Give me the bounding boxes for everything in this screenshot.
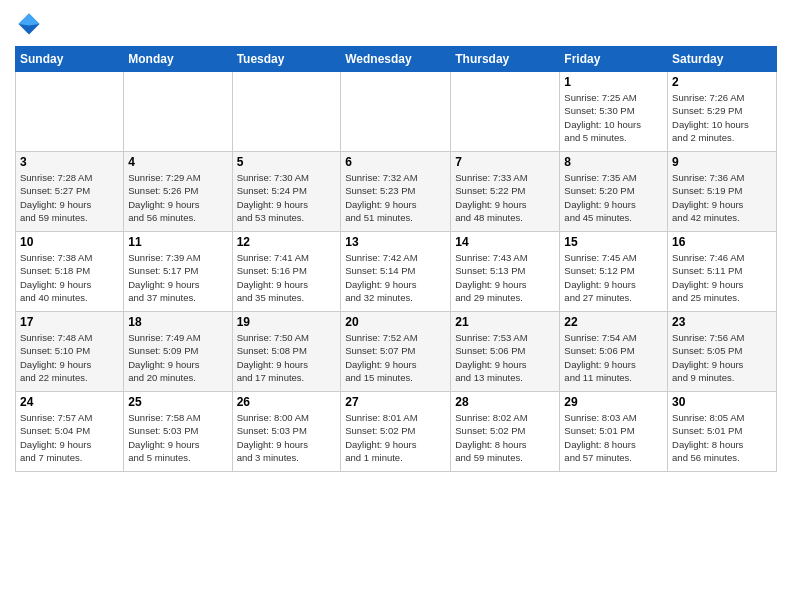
calendar-cell xyxy=(451,72,560,152)
calendar-cell: 7Sunrise: 7:33 AM Sunset: 5:22 PM Daylig… xyxy=(451,152,560,232)
week-row-4: 24Sunrise: 7:57 AM Sunset: 5:04 PM Dayli… xyxy=(16,392,777,472)
day-number: 15 xyxy=(564,235,663,249)
calendar-cell: 1Sunrise: 7:25 AM Sunset: 5:30 PM Daylig… xyxy=(560,72,668,152)
calendar-cell: 22Sunrise: 7:54 AM Sunset: 5:06 PM Dayli… xyxy=(560,312,668,392)
day-number: 3 xyxy=(20,155,119,169)
calendar-cell: 13Sunrise: 7:42 AM Sunset: 5:14 PM Dayli… xyxy=(341,232,451,312)
calendar-cell: 24Sunrise: 7:57 AM Sunset: 5:04 PM Dayli… xyxy=(16,392,124,472)
day-info: Sunrise: 8:01 AM Sunset: 5:02 PM Dayligh… xyxy=(345,411,446,464)
calendar-body: 1Sunrise: 7:25 AM Sunset: 5:30 PM Daylig… xyxy=(16,72,777,472)
calendar-cell: 10Sunrise: 7:38 AM Sunset: 5:18 PM Dayli… xyxy=(16,232,124,312)
day-number: 8 xyxy=(564,155,663,169)
day-number: 10 xyxy=(20,235,119,249)
calendar-cell: 12Sunrise: 7:41 AM Sunset: 5:16 PM Dayli… xyxy=(232,232,341,312)
day-number: 19 xyxy=(237,315,337,329)
day-info: Sunrise: 7:28 AM Sunset: 5:27 PM Dayligh… xyxy=(20,171,119,224)
day-number: 24 xyxy=(20,395,119,409)
day-number: 23 xyxy=(672,315,772,329)
calendar-header: SundayMondayTuesdayWednesdayThursdayFrid… xyxy=(16,47,777,72)
day-info: Sunrise: 7:49 AM Sunset: 5:09 PM Dayligh… xyxy=(128,331,227,384)
day-info: Sunrise: 7:45 AM Sunset: 5:12 PM Dayligh… xyxy=(564,251,663,304)
calendar-cell: 20Sunrise: 7:52 AM Sunset: 5:07 PM Dayli… xyxy=(341,312,451,392)
day-number: 18 xyxy=(128,315,227,329)
week-row-0: 1Sunrise: 7:25 AM Sunset: 5:30 PM Daylig… xyxy=(16,72,777,152)
day-number: 14 xyxy=(455,235,555,249)
calendar-cell: 3Sunrise: 7:28 AM Sunset: 5:27 PM Daylig… xyxy=(16,152,124,232)
logo xyxy=(15,10,47,38)
day-info: Sunrise: 7:30 AM Sunset: 5:24 PM Dayligh… xyxy=(237,171,337,224)
day-number: 28 xyxy=(455,395,555,409)
day-info: Sunrise: 7:56 AM Sunset: 5:05 PM Dayligh… xyxy=(672,331,772,384)
day-number: 13 xyxy=(345,235,446,249)
weekday-header-friday: Friday xyxy=(560,47,668,72)
day-info: Sunrise: 7:53 AM Sunset: 5:06 PM Dayligh… xyxy=(455,331,555,384)
day-number: 6 xyxy=(345,155,446,169)
day-number: 11 xyxy=(128,235,227,249)
calendar-cell xyxy=(232,72,341,152)
calendar-cell xyxy=(341,72,451,152)
week-row-1: 3Sunrise: 7:28 AM Sunset: 5:27 PM Daylig… xyxy=(16,152,777,232)
weekday-header-tuesday: Tuesday xyxy=(232,47,341,72)
weekday-header-row: SundayMondayTuesdayWednesdayThursdayFrid… xyxy=(16,47,777,72)
calendar-cell: 15Sunrise: 7:45 AM Sunset: 5:12 PM Dayli… xyxy=(560,232,668,312)
day-info: Sunrise: 7:26 AM Sunset: 5:29 PM Dayligh… xyxy=(672,91,772,144)
calendar-cell: 14Sunrise: 7:43 AM Sunset: 5:13 PM Dayli… xyxy=(451,232,560,312)
day-info: Sunrise: 7:46 AM Sunset: 5:11 PM Dayligh… xyxy=(672,251,772,304)
day-number: 17 xyxy=(20,315,119,329)
svg-marker-1 xyxy=(19,14,40,26)
day-info: Sunrise: 8:00 AM Sunset: 5:03 PM Dayligh… xyxy=(237,411,337,464)
day-number: 16 xyxy=(672,235,772,249)
day-info: Sunrise: 7:42 AM Sunset: 5:14 PM Dayligh… xyxy=(345,251,446,304)
header xyxy=(15,10,777,38)
day-info: Sunrise: 7:32 AM Sunset: 5:23 PM Dayligh… xyxy=(345,171,446,224)
calendar-cell: 29Sunrise: 8:03 AM Sunset: 5:01 PM Dayli… xyxy=(560,392,668,472)
calendar-cell: 23Sunrise: 7:56 AM Sunset: 5:05 PM Dayli… xyxy=(668,312,777,392)
page-container: SundayMondayTuesdayWednesdayThursdayFrid… xyxy=(0,0,792,482)
day-info: Sunrise: 7:41 AM Sunset: 5:16 PM Dayligh… xyxy=(237,251,337,304)
day-info: Sunrise: 7:43 AM Sunset: 5:13 PM Dayligh… xyxy=(455,251,555,304)
day-number: 25 xyxy=(128,395,227,409)
day-info: Sunrise: 7:29 AM Sunset: 5:26 PM Dayligh… xyxy=(128,171,227,224)
day-info: Sunrise: 7:54 AM Sunset: 5:06 PM Dayligh… xyxy=(564,331,663,384)
calendar-cell: 5Sunrise: 7:30 AM Sunset: 5:24 PM Daylig… xyxy=(232,152,341,232)
day-info: Sunrise: 8:03 AM Sunset: 5:01 PM Dayligh… xyxy=(564,411,663,464)
day-number: 26 xyxy=(237,395,337,409)
day-number: 12 xyxy=(237,235,337,249)
day-number: 2 xyxy=(672,75,772,89)
day-number: 5 xyxy=(237,155,337,169)
calendar-cell: 9Sunrise: 7:36 AM Sunset: 5:19 PM Daylig… xyxy=(668,152,777,232)
day-number: 20 xyxy=(345,315,446,329)
day-info: Sunrise: 7:33 AM Sunset: 5:22 PM Dayligh… xyxy=(455,171,555,224)
weekday-header-thursday: Thursday xyxy=(451,47,560,72)
calendar-cell: 26Sunrise: 8:00 AM Sunset: 5:03 PM Dayli… xyxy=(232,392,341,472)
day-number: 7 xyxy=(455,155,555,169)
day-info: Sunrise: 7:58 AM Sunset: 5:03 PM Dayligh… xyxy=(128,411,227,464)
day-info: Sunrise: 8:02 AM Sunset: 5:02 PM Dayligh… xyxy=(455,411,555,464)
weekday-header-sunday: Sunday xyxy=(16,47,124,72)
calendar-cell: 18Sunrise: 7:49 AM Sunset: 5:09 PM Dayli… xyxy=(124,312,232,392)
calendar-cell xyxy=(124,72,232,152)
weekday-header-monday: Monday xyxy=(124,47,232,72)
day-info: Sunrise: 7:25 AM Sunset: 5:30 PM Dayligh… xyxy=(564,91,663,144)
calendar-cell: 28Sunrise: 8:02 AM Sunset: 5:02 PM Dayli… xyxy=(451,392,560,472)
day-number: 29 xyxy=(564,395,663,409)
day-info: Sunrise: 7:38 AM Sunset: 5:18 PM Dayligh… xyxy=(20,251,119,304)
calendar-cell xyxy=(16,72,124,152)
calendar-cell: 21Sunrise: 7:53 AM Sunset: 5:06 PM Dayli… xyxy=(451,312,560,392)
calendar-cell: 8Sunrise: 7:35 AM Sunset: 5:20 PM Daylig… xyxy=(560,152,668,232)
day-info: Sunrise: 7:57 AM Sunset: 5:04 PM Dayligh… xyxy=(20,411,119,464)
calendar-cell: 16Sunrise: 7:46 AM Sunset: 5:11 PM Dayli… xyxy=(668,232,777,312)
week-row-3: 17Sunrise: 7:48 AM Sunset: 5:10 PM Dayli… xyxy=(16,312,777,392)
calendar-cell: 2Sunrise: 7:26 AM Sunset: 5:29 PM Daylig… xyxy=(668,72,777,152)
day-number: 27 xyxy=(345,395,446,409)
day-number: 21 xyxy=(455,315,555,329)
day-info: Sunrise: 8:05 AM Sunset: 5:01 PM Dayligh… xyxy=(672,411,772,464)
calendar-cell: 25Sunrise: 7:58 AM Sunset: 5:03 PM Dayli… xyxy=(124,392,232,472)
calendar-cell: 30Sunrise: 8:05 AM Sunset: 5:01 PM Dayli… xyxy=(668,392,777,472)
week-row-2: 10Sunrise: 7:38 AM Sunset: 5:18 PM Dayli… xyxy=(16,232,777,312)
weekday-header-wednesday: Wednesday xyxy=(341,47,451,72)
calendar-cell: 4Sunrise: 7:29 AM Sunset: 5:26 PM Daylig… xyxy=(124,152,232,232)
day-info: Sunrise: 7:52 AM Sunset: 5:07 PM Dayligh… xyxy=(345,331,446,384)
day-info: Sunrise: 7:39 AM Sunset: 5:17 PM Dayligh… xyxy=(128,251,227,304)
calendar-cell: 11Sunrise: 7:39 AM Sunset: 5:17 PM Dayli… xyxy=(124,232,232,312)
